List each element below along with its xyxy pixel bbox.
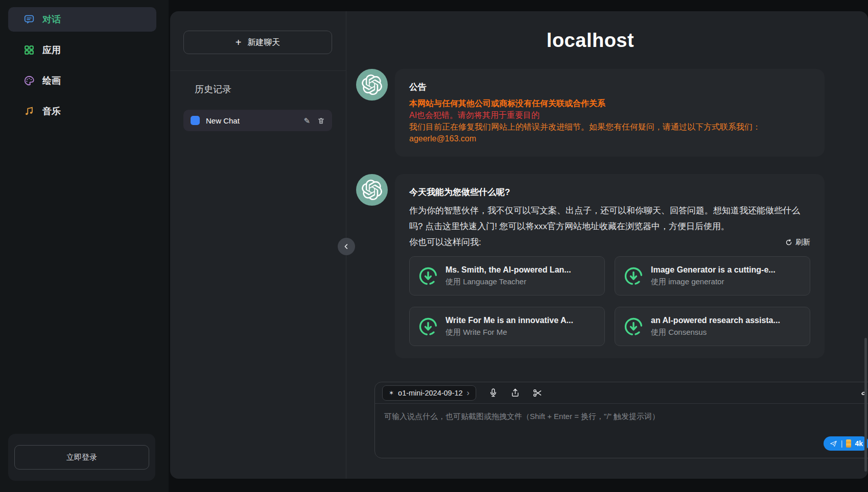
announcement-line: AI也会犯错。请勿将其用于重要目的 — [409, 109, 810, 121]
sidebar-item-label: 绘画 — [42, 75, 61, 87]
palette-icon — [24, 75, 35, 86]
assistant-message-welcome: 今天我能为您做些什么呢? 作为你的智慧伙伴，我不仅可以写文案、出点子，还可以和你… — [356, 174, 825, 358]
suggestion-subtitle: 使用 Write For Me — [445, 328, 573, 337]
chevron-right-icon: › — [467, 389, 470, 397]
main-panel: + 新建聊天 历史记录 New Chat ✎ localhost — [170, 11, 868, 479]
suggestion-subtitle: 使用 Consensus — [651, 328, 780, 337]
page-title: localhost — [356, 30, 825, 52]
chat-item-actions: ✎ — [303, 117, 325, 125]
refresh-icon — [785, 239, 792, 246]
sidebar-item-label: 音乐 — [42, 105, 61, 117]
model-selector[interactable]: ✶ o1-mini-2024-09-12 › — [382, 385, 476, 401]
announcement-line: 我们目前正在修复我们网站上的错误并改进细节。如果您有任何疑问，请通过以下方式联系… — [409, 121, 810, 133]
apps-grid-icon — [24, 44, 35, 56]
message-input[interactable] — [375, 404, 868, 457]
scrollbar-thumb[interactable] — [864, 338, 867, 472]
arrow-down-circle-icon — [623, 316, 644, 337]
ask-label: 你也可以这样问我: — [409, 234, 481, 250]
chat-list-divider — [170, 70, 346, 71]
edit-icon[interactable]: ✎ — [303, 117, 310, 125]
openai-logo-icon — [362, 75, 382, 95]
assistant-avatar — [356, 174, 388, 206]
token-coin-icon — [846, 439, 851, 448]
sidebar-item-chat[interactable]: 对话 — [8, 7, 156, 32]
login-button[interactable]: 立即登录 — [14, 445, 149, 470]
sidebar-item-label: 对话 — [42, 13, 61, 26]
arrow-down-circle-icon — [418, 266, 438, 286]
chat-main-column: localhost 公告 本网站与任何其他公司或商标没有任何关联或合作关系 AI… — [346, 11, 868, 479]
chat-item-title: New Chat — [206, 116, 297, 125]
suggestion-subtitle: 使用 image generator — [651, 277, 776, 287]
sidebar-item-apps[interactable]: 应用 — [8, 38, 156, 62]
sparkle-icon: ✶ — [389, 389, 394, 397]
refresh-label: 刷新 — [795, 234, 810, 250]
chat-bubble-icon — [24, 14, 35, 25]
suggestion-card[interactable]: Ms. Smith, the AI-powered Lan... 使用 Lang… — [409, 256, 605, 296]
suggestion-grid: Ms. Smith, the AI-powered Lan... 使用 Lang… — [409, 256, 810, 346]
composer: ✶ o1-mini-2024-09-12 › — [374, 382, 868, 458]
new-chat-label: 新建聊天 — [247, 37, 280, 48]
music-note-icon — [24, 106, 35, 117]
sidebar-item-label: 应用 — [42, 44, 61, 56]
send-separator: | — [841, 439, 843, 448]
welcome-heading: 今天我能为您做些什么呢? — [409, 186, 810, 198]
microphone-icon — [488, 388, 498, 398]
chevron-left-icon — [343, 243, 350, 250]
upload-icon — [510, 388, 520, 398]
suggestion-title: Ms. Smith, the AI-powered Lan... — [445, 265, 571, 275]
upload-button[interactable] — [510, 388, 520, 398]
sidebar-item-music[interactable]: 音乐 — [8, 99, 156, 124]
suggestion-card[interactable]: Image Generator is a cutting-e... 使用 ima… — [615, 256, 810, 296]
suggestion-title: Write For Me is an innovative A... — [445, 316, 573, 325]
openai-logo-icon — [362, 180, 382, 200]
suggestion-title: an AI-powered research assista... — [651, 316, 780, 325]
chat-item-icon — [191, 116, 200, 125]
send-button[interactable]: | 4k — [824, 436, 868, 451]
collapse-sidebar-button[interactable] — [338, 238, 355, 255]
send-plane-icon — [830, 440, 837, 448]
refresh-suggestions-button[interactable]: 刷新 — [785, 234, 810, 250]
sidebar: 对话 应用 绘画 — [0, 0, 169, 492]
microphone-button[interactable] — [488, 388, 498, 398]
suggestion-card[interactable]: Write For Me is an innovative A... 使用 Wr… — [409, 307, 605, 346]
login-card: 立即登录 — [8, 434, 155, 481]
delete-icon[interactable] — [317, 117, 325, 125]
chat-history-item[interactable]: New Chat ✎ — [183, 110, 332, 131]
suggestion-subtitle: 使用 Language Teacher — [445, 277, 571, 287]
arrow-down-circle-icon — [623, 266, 644, 286]
composer-toolbar: ✶ o1-mini-2024-09-12 › — [375, 382, 868, 404]
announcement-heading: 公告 — [409, 81, 810, 93]
chat-list-column: + 新建聊天 历史记录 New Chat ✎ — [170, 11, 346, 479]
arrow-down-circle-icon — [418, 316, 438, 337]
announcement-line: 本网站与任何其他公司或商标没有任何关联或合作关系 — [409, 97, 810, 109]
contact-email-link[interactable]: ageerle@163.com — [409, 133, 810, 144]
welcome-bubble: 今天我能为您做些什么呢? 作为你的智慧伙伴，我不仅可以写文案、出点子，还可以和你… — [395, 174, 825, 358]
assistant-avatar — [356, 69, 388, 101]
plus-icon: + — [236, 37, 242, 47]
model-name: o1-mini-2024-09-12 — [398, 389, 463, 397]
assistant-message-announcement: 公告 本网站与任何其他公司或商标没有任何关联或合作关系 AI也会犯错。请勿将其用… — [356, 69, 825, 157]
scissors-button[interactable] — [532, 388, 543, 398]
suggestion-title: Image Generator is a cutting-e... — [651, 265, 776, 275]
token-count: 4k — [855, 439, 863, 448]
suggestion-card[interactable]: an AI-powered research assista... 使用 Con… — [615, 307, 810, 346]
welcome-body: 作为你的智慧伙伴，我不仅可以写文案、出点子，还可以和你聊天、回答问题。想知道我还… — [409, 203, 810, 234]
sidebar-item-drawing[interactable]: 绘画 — [8, 68, 156, 93]
scissors-icon — [532, 388, 543, 398]
new-chat-button[interactable]: + 新建聊天 — [183, 31, 332, 54]
announcement-bubble: 公告 本网站与任何其他公司或商标没有任何关联或合作关系 AI也会犯错。请勿将其用… — [395, 69, 825, 157]
history-title: 历史记录 — [195, 83, 332, 95]
